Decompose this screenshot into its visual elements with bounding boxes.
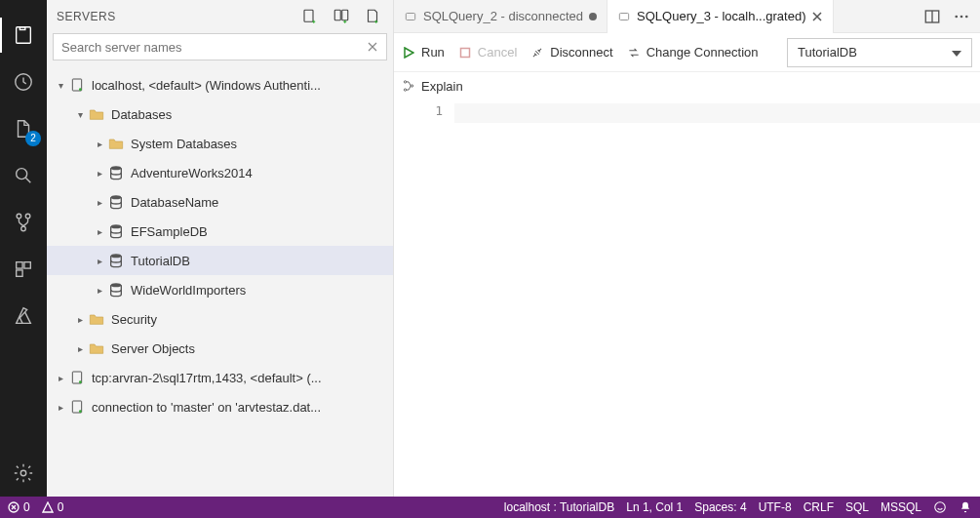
sql-file-icon: [617, 10, 631, 23]
svg-point-33: [404, 89, 406, 91]
chevron-right-icon[interactable]: ▸: [92, 285, 107, 296]
status-warnings-count: 0: [58, 500, 64, 514]
new-connection-icon[interactable]: [299, 6, 321, 27]
status-provider[interactable]: MSSQL: [881, 500, 921, 514]
more-actions-icon[interactable]: [951, 6, 972, 27]
tree-label: System Databases: [131, 137, 237, 151]
activity-search[interactable]: [0, 152, 47, 199]
chevron-right-icon[interactable]: ▸: [72, 314, 88, 325]
svg-rect-1: [20, 27, 24, 30]
notifications-icon[interactable]: [959, 500, 972, 514]
database-node[interactable]: ▸ WideWorldImporters: [47, 275, 393, 304]
svg-point-5: [25, 214, 30, 219]
chevron-right-icon[interactable]: ▸: [72, 343, 88, 354]
svg-point-4: [17, 214, 21, 219]
folder-icon: [88, 310, 105, 328]
database-node[interactable]: ▸ EFSampleDB: [47, 217, 393, 246]
status-eol[interactable]: CRLF: [804, 500, 834, 514]
chevron-down-icon[interactable]: ▾: [53, 80, 68, 91]
security-folder[interactable]: ▸ Security: [47, 304, 393, 334]
chevron-right-icon[interactable]: ▸: [92, 226, 107, 237]
folder-icon: [88, 339, 105, 357]
tab-sqlquery2[interactable]: SQLQuery_2 - disconnected: [394, 0, 608, 33]
svg-point-18: [111, 224, 122, 228]
chevron-right-icon[interactable]: ▸: [53, 402, 68, 413]
svg-point-28: [955, 15, 958, 18]
database-select[interactable]: TutorialDB: [787, 38, 972, 67]
activity-history[interactable]: [0, 59, 47, 105]
status-warnings[interactable]: 0: [42, 500, 64, 514]
svg-point-20: [111, 283, 122, 287]
database-node[interactable]: ▸ DatabaseName: [47, 187, 393, 217]
activity-extensions[interactable]: [0, 246, 47, 293]
svg-rect-9: [17, 270, 22, 276]
status-bar: 0 0 localhost : TutorialDB Ln 1, Col 1 S…: [0, 497, 980, 518]
chevron-right-icon[interactable]: ▸: [92, 256, 107, 266]
database-select-value: TutorialDB: [798, 45, 857, 60]
svg-rect-31: [460, 48, 469, 57]
status-lang[interactable]: SQL: [845, 500, 869, 514]
status-connection[interactable]: localhost : TutorialDB: [504, 500, 614, 514]
clear-search-icon[interactable]: [367, 41, 378, 53]
folder-icon: [107, 135, 125, 152]
server-icon: [68, 76, 86, 94]
svg-point-3: [17, 169, 27, 179]
search-input[interactable]: [61, 40, 367, 55]
run-icon: [402, 46, 415, 60]
status-encoding[interactable]: UTF-8: [759, 500, 792, 514]
change-connection-button[interactable]: Change Connection: [627, 45, 759, 60]
close-icon[interactable]: [811, 11, 823, 22]
sidebar: SERVERS ▾: [47, 0, 394, 497]
sidebar-title: SERVERS: [57, 10, 299, 23]
chevron-right-icon[interactable]: ▸: [92, 197, 107, 208]
activity-explorer[interactable]: 2: [0, 105, 47, 152]
disconnect-button[interactable]: Disconnect: [530, 45, 612, 60]
folder-icon: [88, 105, 105, 123]
svg-point-19: [111, 254, 122, 258]
status-spaces[interactable]: Spaces: 4: [694, 500, 746, 514]
tree-label: Server Objects: [111, 341, 195, 356]
tree-label: localhost, <default> (Windows Authenti..…: [92, 78, 321, 93]
database-icon: [107, 193, 125, 211]
tree-label: TutorialDB: [131, 254, 190, 268]
search-box[interactable]: [53, 33, 387, 60]
database-icon: [107, 281, 125, 299]
split-editor-icon[interactable]: [921, 6, 943, 27]
svg-point-22: [79, 380, 82, 383]
activity-servers[interactable]: [0, 12, 47, 59]
server-objects-folder[interactable]: ▸ Server Objects: [47, 334, 393, 363]
svg-point-30: [965, 15, 968, 18]
databases-folder[interactable]: ▾ Databases: [47, 100, 393, 129]
system-databases-folder[interactable]: ▸ System Databases: [47, 129, 393, 158]
run-button[interactable]: Run: [402, 45, 445, 60]
status-errors[interactable]: 0: [8, 500, 30, 514]
activity-source-control[interactable]: [0, 199, 47, 246]
chevron-right-icon[interactable]: ▸: [53, 373, 68, 383]
svg-rect-13: [342, 10, 348, 20]
feedback-icon[interactable]: [933, 500, 947, 514]
chevron-right-icon[interactable]: ▸: [92, 168, 107, 179]
cancel-button: Cancel: [458, 45, 517, 60]
run-label: Run: [421, 45, 445, 60]
svg-rect-25: [406, 13, 414, 20]
chevron-right-icon[interactable]: ▸: [92, 139, 107, 149]
tab-sqlquery3[interactable]: SQLQuery_3 - localh...grated): [608, 0, 834, 33]
new-query-icon[interactable]: [362, 6, 383, 27]
server-node[interactable]: ▸ tcp:arvran-2\sql17rtm,1433, <default> …: [47, 363, 393, 392]
new-group-icon[interactable]: [331, 6, 352, 27]
cancel-icon: [458, 46, 472, 60]
tabs-row: SQLQuery_2 - disconnected SQLQuery_3 - l…: [394, 0, 980, 33]
activity-azure[interactable]: [0, 293, 47, 339]
server-node[interactable]: ▸ connection to 'master' on 'arvtestaz.d…: [47, 392, 393, 421]
chevron-down-icon[interactable]: ▾: [72, 109, 88, 120]
server-node[interactable]: ▾ localhost, <default> (Windows Authenti…: [47, 70, 393, 100]
database-node[interactable]: ▸ AdventureWorks2014: [47, 158, 393, 187]
database-node-selected[interactable]: ▸ TutorialDB: [47, 246, 393, 275]
explain-button[interactable]: Explain: [421, 79, 463, 94]
activity-settings[interactable]: [0, 450, 47, 497]
tree-label: WideWorldImporters: [131, 283, 246, 298]
activity-bar: 2: [0, 0, 47, 497]
explain-icon: [402, 79, 415, 93]
code-editor[interactable]: 1: [394, 100, 980, 497]
status-cursor[interactable]: Ln 1, Col 1: [626, 500, 683, 514]
